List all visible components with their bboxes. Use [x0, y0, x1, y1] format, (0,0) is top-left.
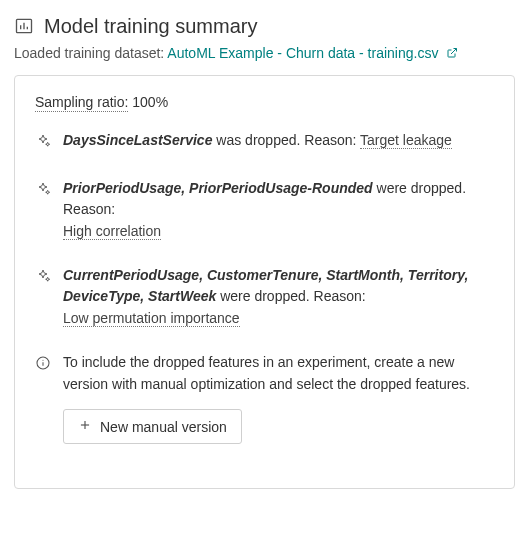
- dataset-subheading: Loaded training dataset: AutoML Example …: [14, 45, 515, 61]
- info-icon: [35, 352, 51, 378]
- list-item-body: PriorPeriodUsage, PriorPeriodUsage-Round…: [63, 178, 494, 243]
- drop-reason-link[interactable]: Low permutation importance: [63, 310, 240, 327]
- list-item: CurrentPeriodUsage, CustomerTenure, Star…: [35, 265, 494, 330]
- plus-icon: [78, 418, 92, 435]
- dropped-verb: was dropped. Reason:: [216, 132, 356, 148]
- list-item: DaysSinceLastService was dropped. Reason…: [35, 130, 494, 156]
- dropped-features: PriorPeriodUsage, PriorPeriodUsage-Round…: [63, 180, 373, 196]
- list-item-body: DaysSinceLastService was dropped. Reason…: [63, 130, 494, 152]
- sparkle-icon: [35, 178, 51, 204]
- drop-reason-link[interactable]: High correlation: [63, 223, 161, 240]
- dropped-verb: were dropped. Reason:: [220, 288, 366, 304]
- page-header: Model training summary: [14, 14, 515, 39]
- external-link-icon: [442, 45, 458, 61]
- info-body: To include the dropped features in an ex…: [63, 352, 494, 444]
- sampling-value: 100%: [132, 94, 168, 110]
- info-text: To include the dropped features in an ex…: [63, 354, 470, 392]
- dataset-name: AutoML Example - Churn data - training.c…: [167, 45, 438, 61]
- summary-card: Sampling ratio: 100% DaysSinceLastServic…: [14, 75, 515, 489]
- sampling-ratio: Sampling ratio: 100%: [35, 94, 494, 110]
- new-manual-version-button[interactable]: New manual version: [63, 409, 242, 444]
- list-item-body: CurrentPeriodUsage, CustomerTenure, Star…: [63, 265, 494, 330]
- dataset-link[interactable]: AutoML Example - Churn data - training.c…: [167, 45, 458, 61]
- dropped-features: DaysSinceLastService: [63, 132, 212, 148]
- sparkle-icon: [35, 130, 51, 156]
- list-item: PriorPeriodUsage, PriorPeriodUsage-Round…: [35, 178, 494, 243]
- dropped-features-list: DaysSinceLastService was dropped. Reason…: [35, 130, 494, 444]
- dataset-prefix: Loaded training dataset:: [14, 45, 164, 61]
- sparkle-icon: [35, 265, 51, 291]
- bar-chart-icon: [14, 14, 34, 39]
- button-label: New manual version: [100, 419, 227, 435]
- sampling-label: Sampling ratio:: [35, 94, 128, 112]
- svg-point-7: [42, 360, 43, 361]
- page-title: Model training summary: [44, 15, 257, 38]
- drop-reason-link[interactable]: Target leakage: [360, 132, 452, 149]
- info-item: To include the dropped features in an ex…: [35, 352, 494, 444]
- svg-line-4: [451, 49, 457, 55]
